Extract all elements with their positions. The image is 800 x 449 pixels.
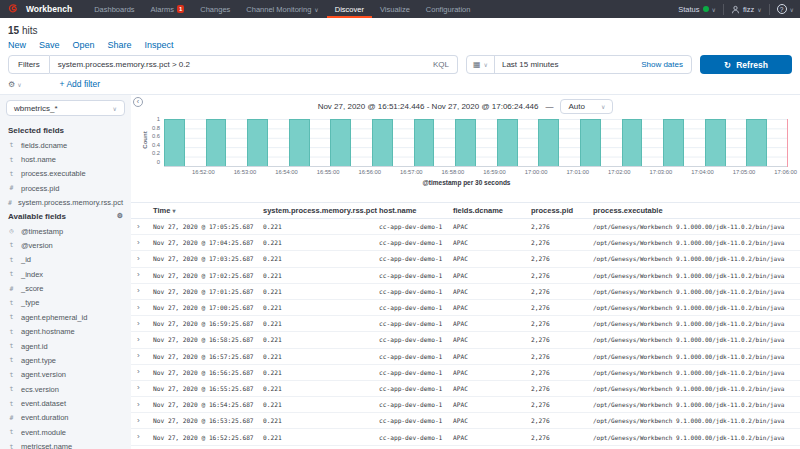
field-item[interactable]: t _type	[3, 296, 128, 310]
field-item[interactable]: t event.dataset	[3, 396, 128, 410]
histogram-bar[interactable]	[330, 119, 351, 166]
expand-row-icon[interactable]: ›	[137, 433, 153, 441]
column-process-pid[interactable]: process.pid	[531, 206, 593, 215]
field-item[interactable]: t agent.hostname	[3, 325, 128, 339]
query-language-button[interactable]: KQL	[433, 60, 449, 69]
field-item[interactable]: t ecs.version	[3, 382, 128, 396]
histogram-bar[interactable]	[414, 119, 435, 166]
field-item[interactable]: t event.module	[3, 425, 128, 439]
histogram-bar[interactable]	[746, 119, 767, 166]
field-item[interactable]: t metricset.name	[3, 440, 128, 449]
field-item[interactable]: t agent.id	[3, 339, 128, 353]
nav-item[interactable]: Visualize	[372, 0, 418, 18]
field-name: ecs.version	[21, 385, 59, 394]
toolbar-link[interactable]: New	[8, 40, 26, 50]
field-item[interactable]: # _score	[3, 281, 128, 295]
expand-row-icon[interactable]: ›	[137, 352, 153, 360]
column-time[interactable]: Time ▾	[153, 206, 263, 215]
histogram-bar[interactable]	[663, 119, 684, 166]
column-host-name[interactable]: host.name	[379, 206, 453, 215]
field-item[interactable]: t fields.dcname	[3, 138, 128, 152]
field-name: event.dataset	[21, 399, 66, 408]
filters-button[interactable]: Filters	[8, 55, 50, 74]
histogram-bar[interactable]	[164, 119, 185, 166]
histogram-bar[interactable]	[622, 119, 643, 166]
field-item[interactable]: t agent.ephemeral_id	[3, 310, 128, 324]
filter-options-button[interactable]: ⚙ ∨	[8, 80, 22, 89]
expand-row-icon[interactable]: ›	[137, 239, 153, 247]
expand-row-icon[interactable]: ›	[137, 368, 153, 376]
field-item[interactable]: # process.pid	[3, 181, 128, 195]
histogram-bar[interactable]	[247, 119, 268, 166]
field-item[interactable]: ◷ @timestamp	[3, 224, 128, 238]
user-menu[interactable]: fizz ∨	[731, 5, 762, 14]
histogram-bar[interactable]	[455, 119, 476, 166]
toolbar-link[interactable]: Share	[108, 40, 132, 50]
histogram-bar[interactable]	[206, 119, 227, 166]
field-item[interactable]: t agent.type	[3, 353, 128, 367]
nav-item[interactable]: Alarms 1	[143, 0, 193, 18]
calendar-button[interactable]: ▦ ∨	[467, 56, 495, 73]
expand-row-icon[interactable]: ›	[137, 417, 153, 425]
show-dates-link[interactable]: Show dates	[633, 60, 691, 69]
cell-time: Nov 27, 2020 @ 16:54:25.687	[153, 401, 263, 408]
field-settings-gear-icon[interactable]: ⚙	[117, 212, 123, 220]
column-rss-pct[interactable]: system.process.memory.rss.pct	[263, 206, 379, 215]
histogram-bar[interactable]	[538, 119, 559, 166]
field-name: agent.version	[21, 370, 66, 379]
expand-row-icon[interactable]: ›	[137, 271, 153, 279]
search-input[interactable]: system.process.memory.rss.pct > 0.2 KQL	[50, 55, 458, 74]
collapse-sidebar-icon[interactable]: ‹	[133, 97, 143, 107]
refresh-button[interactable]: ↻ Refresh	[700, 55, 792, 74]
interval-select[interactable]: Auto ∨	[560, 99, 613, 114]
expand-row-icon[interactable]: ›	[137, 401, 153, 409]
cell-process-executable: /opt/Genesys/Workbench_9.1.000.00/jdk-11…	[593, 272, 794, 279]
field-item[interactable]: t _id	[3, 253, 128, 267]
expand-row-icon[interactable]: ›	[137, 384, 153, 392]
cell-process-pid: 2,276	[531, 369, 593, 376]
field-item[interactable]: t process.executable	[3, 167, 128, 181]
column-dcname[interactable]: fields.dcname	[453, 206, 531, 215]
histogram-bar[interactable]	[580, 119, 601, 166]
cell-rss-pct: 0.221	[263, 255, 379, 262]
nav-item[interactable]: Changes	[192, 0, 238, 18]
table-row: › Nov 27, 2020 @ 16:51:25.687 0.221 cc-a…	[131, 446, 800, 449]
toolbar-link[interactable]: Open	[73, 40, 95, 50]
histogram-bar[interactable]	[497, 119, 518, 166]
add-filter-link[interactable]: + Add filter	[60, 79, 100, 89]
field-item[interactable]: t agent.version	[3, 368, 128, 382]
field-item[interactable]: # system.process.memory.rss.pct	[3, 196, 128, 210]
help-menu[interactable]: ? ∨	[777, 4, 794, 14]
main-panel: ‹ Nov 27, 2020 @ 16:51:24.446 - Nov 27, …	[131, 95, 800, 449]
status-menu[interactable]: Status ∨	[678, 5, 716, 14]
column-process-executable[interactable]: process.executable	[593, 206, 794, 215]
expand-row-icon[interactable]: ›	[137, 320, 153, 328]
expand-row-icon[interactable]: ›	[137, 223, 153, 231]
expand-row-icon[interactable]: ›	[137, 255, 153, 263]
x-tick-label: 16:59:00	[483, 169, 506, 177]
nav-item[interactable]: Channel Monitoring ∨	[238, 0, 326, 18]
nav-item[interactable]: Configuration	[418, 0, 479, 18]
field-item[interactable]: # event.duration	[3, 411, 128, 425]
expand-row-icon[interactable]: ›	[137, 336, 153, 344]
field-name: event.duration	[21, 413, 69, 422]
field-name: host.name	[21, 155, 56, 164]
field-item[interactable]: t host.name	[3, 152, 128, 166]
available-fields-heading: Available fields ⚙	[3, 210, 128, 224]
time-range-value[interactable]: Last 15 minutes	[495, 60, 565, 69]
cell-rss-pct: 0.221	[263, 288, 379, 295]
histogram-bar[interactable]	[705, 119, 726, 166]
field-item[interactable]: t _index	[3, 267, 128, 281]
nav-item[interactable]: Discover	[327, 0, 372, 18]
nav-item-label: Channel Monitoring	[246, 5, 311, 14]
expand-row-icon[interactable]: ›	[137, 287, 153, 295]
field-item[interactable]: t @version	[3, 238, 128, 252]
cell-process-pid: 2,276	[531, 239, 593, 246]
expand-row-icon[interactable]: ›	[137, 304, 153, 312]
nav-item[interactable]: Dashboards	[86, 0, 142, 18]
toolbar-link[interactable]: Save	[39, 40, 60, 50]
histogram-bar[interactable]	[289, 119, 310, 166]
index-pattern-select[interactable]: wbmetrics_* ∨	[6, 100, 125, 116]
toolbar-link[interactable]: Inspect	[145, 40, 174, 50]
histogram-bar[interactable]	[372, 119, 393, 166]
